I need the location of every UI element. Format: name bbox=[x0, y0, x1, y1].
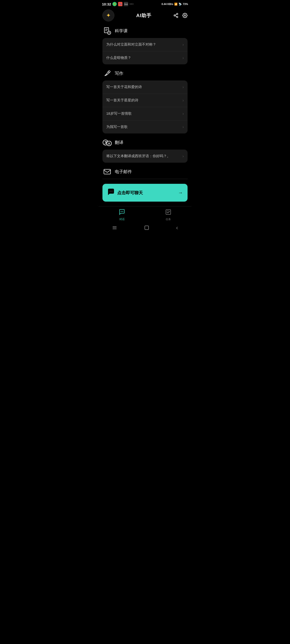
dialogue-icon bbox=[119, 209, 125, 216]
star-icon: ✦ bbox=[106, 12, 111, 19]
chevron-icon: › bbox=[183, 112, 184, 116]
writing-item-2[interactable]: 写一首关于星星的诗 › bbox=[102, 94, 188, 107]
sys-home-button[interactable] bbox=[144, 225, 149, 230]
translate-section-header: 文 A 翻译 bbox=[102, 138, 188, 147]
science-item-2-text: 什么是暗物质？ bbox=[106, 56, 131, 60]
svg-point-22 bbox=[121, 211, 121, 212]
writing-item-1[interactable]: 写一首关于花和爱的诗 › bbox=[102, 80, 188, 94]
writing-title: 写作 bbox=[115, 70, 123, 76]
writing-item-4-text: 为我写一首歌 bbox=[106, 125, 128, 129]
writing-item-1-text: 写一首关于花和爱的诗 bbox=[106, 85, 142, 89]
science-title: 科学课 bbox=[115, 28, 128, 34]
settings-button[interactable] bbox=[182, 13, 188, 18]
svg-point-21 bbox=[112, 191, 113, 192]
soul-icon: Soul bbox=[124, 2, 128, 6]
email-divider bbox=[102, 179, 188, 179]
chevron-icon: › bbox=[183, 56, 184, 60]
signal-icon: 📶 bbox=[174, 2, 178, 6]
svg-point-5 bbox=[184, 15, 186, 16]
chevron-icon: › bbox=[183, 125, 184, 129]
svg-line-3 bbox=[175, 16, 177, 16]
writing-item-2-text: 写一首关于星星的诗 bbox=[106, 98, 138, 102]
status-right: 0.44 KB/s 📶 📡 73% bbox=[161, 2, 188, 6]
svg-point-24 bbox=[122, 211, 123, 212]
status-bar: 10:32 🟢 🐾 Soul ··· 0.44 KB/s 📶 📡 73% bbox=[99, 0, 191, 8]
svg-rect-30 bbox=[145, 226, 149, 230]
avatar: ✦ bbox=[102, 10, 114, 21]
writing-icon bbox=[102, 69, 112, 78]
share-icon bbox=[173, 13, 178, 18]
battery-level: 73% bbox=[183, 2, 188, 6]
science-item-2[interactable]: 什么是暗物质？ › bbox=[102, 51, 188, 64]
svg-line-13 bbox=[108, 72, 109, 73]
science-card: 为什么对立面和对立面不对称？ › 什么是暗物质？ › bbox=[102, 38, 188, 64]
writing-section-header: 写作 bbox=[102, 69, 188, 78]
science-icon bbox=[102, 26, 112, 36]
tasks-icon bbox=[165, 209, 171, 216]
email-title: 电子邮件 bbox=[115, 169, 132, 174]
nav-tasks-label: 任务 bbox=[166, 218, 171, 221]
page-title: AI助手 bbox=[136, 12, 151, 19]
chevron-icon: › bbox=[183, 98, 184, 102]
svg-line-4 bbox=[175, 14, 177, 15]
translate-item-1[interactable]: 将以下文本翻译成西班牙语：你好吗？。 › bbox=[102, 150, 188, 163]
header: ✦ AI助手 bbox=[99, 8, 191, 24]
translate-item-1-text: 将以下文本翻译成西班牙语：你好吗？。 bbox=[106, 154, 170, 158]
writing-card: 写一首关于花和爱的诗 › 写一首关于星星的诗 › 18岁写一首情歌 › 为我写一… bbox=[102, 80, 188, 134]
chat-button-left: 点击即可聊天 bbox=[107, 188, 143, 197]
network-speed: 0.44 KB/s bbox=[161, 2, 173, 6]
science-item-1[interactable]: 为什么对立面和对立面不对称？ › bbox=[102, 38, 188, 51]
translate-card: 将以下文本翻译成西班牙语：你好吗？。 › bbox=[102, 150, 188, 163]
main-content: 科学课 为什么对立面和对立面不对称？ › 什么是暗物质？ › 写作 写一首关于花… bbox=[99, 24, 191, 202]
svg-point-19 bbox=[109, 191, 110, 192]
more-dots: ··· bbox=[130, 2, 134, 6]
chat-button-text: 点击即可聊天 bbox=[117, 190, 143, 196]
chat-button[interactable]: 点击即可聊天 → bbox=[102, 184, 188, 202]
app-icon-2: 🐾 bbox=[118, 2, 122, 6]
app-icon-1: 🟢 bbox=[112, 2, 117, 6]
nav-dialogue[interactable]: 对话 bbox=[99, 209, 145, 221]
translate-icon: 文 A bbox=[102, 138, 112, 147]
chat-bubble-icon bbox=[107, 188, 115, 197]
system-nav-bar: ‹ bbox=[99, 222, 191, 234]
status-time: 10:32 bbox=[102, 2, 111, 6]
science-section-header: 科学课 bbox=[102, 26, 188, 36]
svg-rect-18 bbox=[104, 169, 111, 174]
wifi-icon: 📡 bbox=[178, 2, 182, 6]
email-section-header: 电子邮件 bbox=[102, 167, 188, 176]
svg-point-20 bbox=[111, 191, 112, 192]
svg-text:A: A bbox=[108, 142, 110, 145]
email-section: 电子邮件 bbox=[102, 167, 188, 179]
chevron-icon: › bbox=[183, 42, 184, 47]
translate-title: 翻译 bbox=[115, 140, 123, 145]
share-button[interactable] bbox=[173, 13, 178, 18]
writing-item-3[interactable]: 18岁写一首情歌 › bbox=[102, 107, 188, 120]
status-left: 10:32 🟢 🐾 Soul ··· bbox=[102, 2, 134, 6]
gear-icon bbox=[182, 13, 188, 18]
sys-back-button[interactable]: ‹ bbox=[176, 224, 178, 231]
nav-tasks[interactable]: 任务 bbox=[145, 209, 191, 221]
nav-dialogue-label: 对话 bbox=[119, 218, 125, 221]
writing-item-4[interactable]: 为我写一首歌 › bbox=[102, 120, 188, 134]
chevron-icon: › bbox=[183, 85, 184, 89]
sys-menu-button[interactable] bbox=[112, 225, 117, 230]
science-item-1-text: 为什么对立面和对立面不对称？ bbox=[106, 42, 156, 47]
writing-item-3-text: 18岁写一首情歌 bbox=[106, 111, 132, 116]
svg-point-23 bbox=[121, 211, 122, 212]
bottom-nav: 对话 任务 bbox=[99, 206, 191, 222]
email-icon bbox=[102, 167, 112, 176]
arrow-right-icon: → bbox=[178, 190, 183, 196]
header-actions bbox=[173, 13, 188, 18]
chevron-icon: › bbox=[183, 154, 184, 158]
